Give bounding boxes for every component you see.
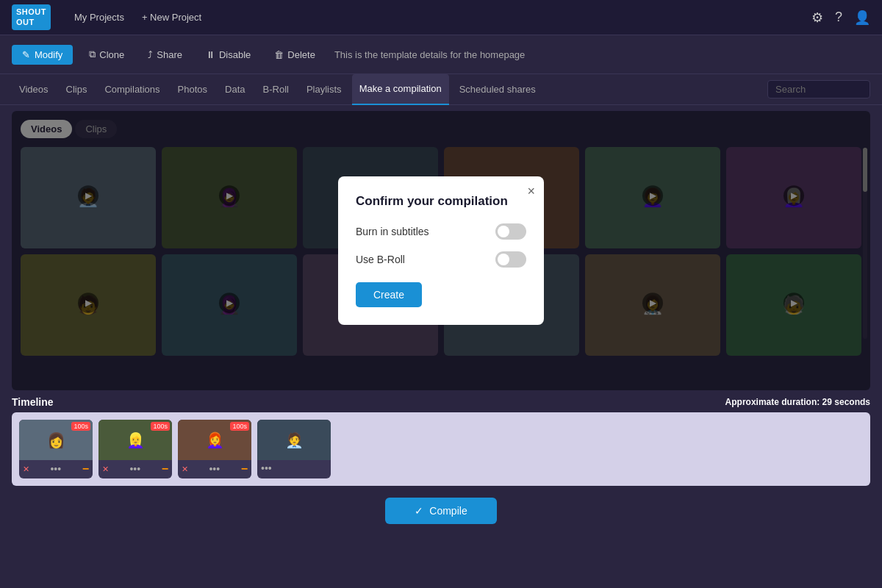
timeline-duration: Approximate duration: 29 seconds	[725, 397, 870, 407]
clip-actions: ✕ ••• −	[178, 460, 251, 478]
clip-badge: 100s	[71, 422, 90, 431]
settings-icon[interactable]: ⚙	[811, 10, 823, 26]
clip-actions: ✕ ••• −	[19, 460, 93, 478]
main-content: Videos Clips 🧑‍💼 ▶ ✕ ••• + 🧕 ▶ ••• + 👩 ▶	[12, 111, 870, 390]
new-project-button[interactable]: + New Project	[136, 9, 207, 26]
timeline-section: Timeline Approximate duration: 29 second…	[12, 396, 870, 486]
help-icon[interactable]: ?	[835, 10, 842, 25]
clip-badge: 100s	[230, 422, 249, 431]
toggle-thumb-broll	[498, 254, 509, 265]
clip-minus-icon[interactable]: −	[162, 462, 168, 476]
timeline-header: Timeline Approximate duration: 29 second…	[12, 396, 870, 408]
header: SHOUT OUT My Projects + New Project ⚙ ? …	[0, 0, 882, 35]
compile-bar: ✓ Compile	[0, 492, 882, 530]
logo: SHOUT OUT	[12, 4, 51, 29]
timeline-clip: 👩 100s ✕ ••• −	[19, 420, 93, 478]
tab-data[interactable]: Data	[218, 74, 252, 105]
clone-button[interactable]: ⧉ Clone	[82, 44, 132, 65]
tab-compilations[interactable]: Compilations	[97, 74, 167, 105]
tab-clips[interactable]: Clips	[59, 74, 95, 105]
timeline-clip: 🧑‍💼 •••	[257, 420, 331, 478]
modal-overlay: × Confirm your compilation Burn in subti…	[12, 111, 870, 390]
burn-subtitles-label: Burn in subtitles	[356, 226, 429, 237]
tab-photos[interactable]: Photos	[171, 74, 215, 105]
header-nav: My Projects + New Project	[68, 9, 207, 26]
clip-remove-icon[interactable]: ✕	[182, 465, 188, 474]
clip-badge: 100s	[151, 422, 170, 431]
clip-minus-icon[interactable]: −	[82, 462, 89, 476]
clip-actions: ✕ ••• −	[98, 460, 172, 478]
toolbar: ✎ Modify ⧉ Clone ⤴ Share ⏸ Disable 🗑 Del…	[0, 35, 882, 74]
clip-thumbnail: 🧑‍💼	[257, 420, 331, 460]
clip-minus-icon[interactable]: −	[241, 462, 248, 476]
tab-make-compilation[interactable]: Make a compilation	[352, 74, 449, 105]
clip-more-icon[interactable]: •••	[129, 463, 140, 475]
tabs-bar: Videos Clips Compilations Photos Data B-…	[0, 74, 882, 105]
timeline-clip: 👱‍♀️ 100s ✕ ••• −	[98, 420, 172, 478]
header-icons: ⚙ ? 👤	[811, 10, 870, 26]
check-icon: ✓	[415, 505, 423, 517]
clip-remove-icon[interactable]: ✕	[102, 465, 109, 474]
timeline-clip: 👩‍🦰 100s ✕ ••• −	[178, 420, 251, 478]
tab-videos[interactable]: Videos	[12, 74, 56, 105]
duration-value: 29	[822, 397, 832, 407]
toggle-thumb	[498, 226, 509, 237]
tab-broll[interactable]: B-Roll	[256, 74, 296, 105]
clip-more-icon[interactable]: •••	[50, 463, 61, 475]
modal-title: Confirm your compilation	[356, 194, 526, 209]
timeline-content: 👩 100s ✕ ••• − 👱‍♀️ 100s ✕ ••• − 👩‍🦰 100…	[12, 412, 870, 486]
clip-more-icon[interactable]: •••	[209, 463, 220, 475]
delete-button[interactable]: 🗑 Delete	[267, 45, 323, 65]
tab-playlists[interactable]: Playlists	[299, 74, 349, 105]
clip-remove-icon[interactable]: ✕	[23, 465, 29, 474]
burn-subtitles-toggle[interactable]	[495, 223, 526, 240]
burn-subtitles-row: Burn in subtitles	[356, 223, 526, 240]
search-input[interactable]	[767, 80, 870, 98]
clip-more-icon[interactable]: •••	[261, 462, 272, 474]
project-description: This is the template details for the hom…	[334, 49, 525, 60]
share-button[interactable]: ⤴ Share	[140, 45, 190, 65]
clip-actions: •••	[257, 460, 331, 476]
use-broll-row: Use B-Roll	[356, 251, 526, 268]
tab-scheduled-shares[interactable]: Scheduled shares	[452, 74, 543, 105]
compile-button[interactable]: ✓ Compile	[385, 498, 496, 524]
compilation-modal: × Confirm your compilation Burn in subti…	[338, 176, 544, 325]
modify-button[interactable]: ✎ Modify	[12, 45, 73, 65]
timeline-title: Timeline	[12, 396, 54, 408]
create-button[interactable]: Create	[356, 282, 422, 307]
use-broll-label: Use B-Roll	[356, 254, 405, 265]
disable-button[interactable]: ⏸ Disable	[198, 45, 258, 65]
modal-close-button[interactable]: ×	[527, 184, 535, 199]
user-icon[interactable]: 👤	[854, 10, 870, 26]
use-broll-toggle[interactable]	[495, 251, 526, 268]
my-projects-link[interactable]: My Projects	[68, 9, 130, 26]
compile-label: Compile	[429, 505, 467, 517]
